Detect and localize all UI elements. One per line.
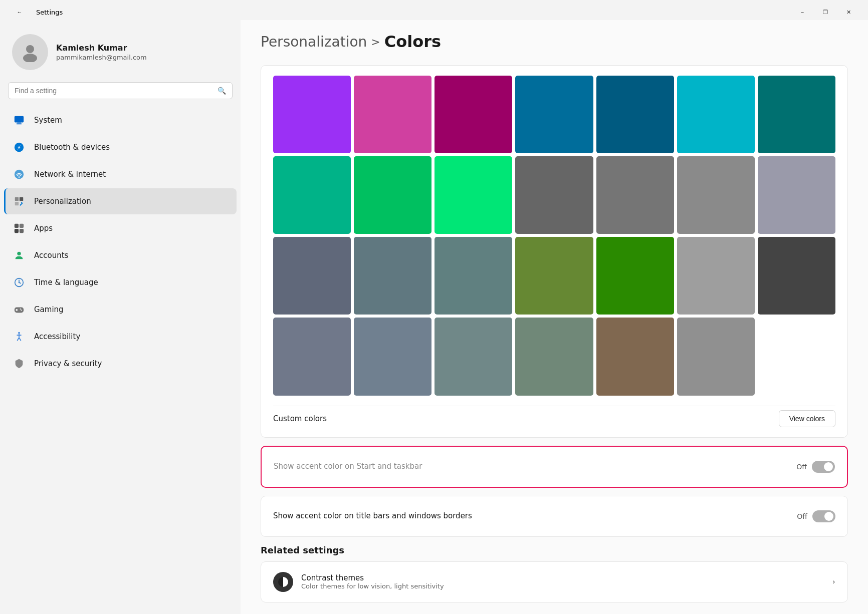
color-swatch[interactable]	[435, 156, 512, 234]
color-swatch[interactable]	[435, 318, 512, 395]
custom-colors-label: Custom colors	[273, 414, 327, 423]
bluetooth-label: Bluetooth & devices	[34, 143, 110, 152]
accessibility-icon	[12, 330, 26, 344]
color-swatch[interactable]	[596, 76, 674, 153]
personalization-label: Personalization	[34, 197, 91, 206]
window-content: Kamlesh Kumar pammikamlesh@gmail.com 🔍 S…	[0, 20, 868, 614]
sidebar-item-accessibility[interactable]: Accessibility	[4, 324, 237, 350]
color-swatch[interactable]	[515, 237, 593, 315]
maximize-button[interactable]: ❐	[814, 4, 837, 20]
gaming-icon	[12, 302, 26, 317]
time-icon	[12, 275, 26, 289]
svg-point-24	[20, 309, 21, 310]
window-controls: − ❐ ✕	[791, 4, 860, 20]
system-label: System	[34, 116, 62, 125]
sidebar-item-privacy[interactable]: Privacy & security	[4, 351, 237, 377]
svg-rect-10	[20, 197, 23, 201]
color-swatch[interactable]	[596, 156, 674, 234]
color-swatch[interactable]	[515, 76, 593, 153]
page-header: Personalization > Colors	[261, 32, 848, 51]
svg-line-30	[19, 338, 21, 341]
color-swatch[interactable]	[677, 156, 755, 234]
color-swatch[interactable]	[758, 237, 835, 315]
color-swatch[interactable]	[758, 76, 835, 153]
svg-text:⚡: ⚡	[17, 144, 21, 151]
color-swatch[interactable]	[354, 318, 431, 395]
color-swatch[interactable]	[677, 76, 755, 153]
avatar	[12, 34, 48, 70]
color-swatch[interactable]	[354, 76, 431, 153]
accessibility-label: Accessibility	[34, 332, 80, 341]
accent-title-bars-control: Off	[797, 510, 835, 522]
accounts-icon	[12, 248, 26, 262]
svg-rect-9	[15, 197, 19, 201]
color-swatch[interactable]	[515, 318, 593, 395]
contrast-themes-icon	[273, 572, 293, 592]
bluetooth-icon: ⚡	[12, 140, 26, 154]
sidebar-item-accounts[interactable]: Accounts	[4, 242, 237, 268]
svg-rect-15	[20, 229, 24, 233]
color-swatch[interactable]	[677, 237, 755, 315]
color-swatch[interactable]	[273, 318, 351, 395]
color-swatch[interactable]	[354, 156, 431, 234]
custom-colors-row: Custom colors View colors	[273, 406, 835, 427]
sidebar: Kamlesh Kumar pammikamlesh@gmail.com 🔍 S…	[0, 20, 241, 614]
svg-point-8	[19, 176, 20, 178]
contrast-themes-subtitle: Color themes for low vision, light sensi…	[301, 582, 444, 590]
nav-menu: System ⚡ Bluetooth & devices	[0, 107, 241, 377]
sidebar-item-apps[interactable]: Apps	[4, 215, 237, 241]
sidebar-item-bluetooth[interactable]: ⚡ Bluetooth & devices	[4, 134, 237, 160]
color-swatch[interactable]	[596, 318, 674, 395]
svg-line-29	[17, 338, 19, 341]
privacy-icon	[12, 357, 26, 371]
svg-point-25	[21, 310, 22, 311]
accent-title-bars-card: Show accent color on title bars and wind…	[261, 496, 848, 537]
accent-start-taskbar-control: Off	[796, 461, 835, 473]
color-swatch[interactable]	[677, 318, 755, 395]
view-colors-button[interactable]: View colors	[779, 410, 835, 427]
contrast-themes-item[interactable]: Contrast themes Color themes for low vis…	[261, 561, 848, 602]
user-name: Kamlesh Kumar	[56, 43, 147, 53]
back-button[interactable]: ←	[8, 4, 31, 20]
sidebar-item-time[interactable]: Time & language	[4, 269, 237, 295]
main-content: Personalization > Colors	[241, 20, 868, 614]
privacy-label: Privacy & security	[34, 359, 102, 368]
network-label: Network & internet	[34, 170, 106, 179]
sidebar-item-network[interactable]: Network & internet	[4, 161, 237, 187]
close-button[interactable]: ✕	[837, 4, 860, 20]
color-swatch[interactable]	[354, 237, 431, 315]
accent-title-bars-toggle[interactable]	[812, 510, 835, 522]
color-swatch[interactable]	[515, 156, 593, 234]
color-swatch[interactable]	[273, 76, 351, 153]
page-title: Colors	[384, 32, 441, 51]
apps-label: Apps	[34, 224, 53, 233]
svg-rect-11	[15, 202, 19, 205]
accent-start-taskbar-row: Show accent color on Start and taskbar O…	[274, 457, 835, 477]
sidebar-item-gaming[interactable]: Gaming	[4, 296, 237, 323]
svg-point-20	[19, 282, 20, 283]
search-input[interactable]	[15, 87, 213, 95]
color-swatch[interactable]	[596, 237, 674, 315]
accent-start-taskbar-toggle[interactable]	[812, 461, 835, 473]
svg-rect-13	[20, 224, 24, 228]
search-box[interactable]: 🔍	[8, 82, 233, 99]
minimize-button[interactable]: −	[791, 4, 814, 20]
svg-rect-3	[17, 123, 21, 124]
sidebar-item-system[interactable]: System	[4, 107, 237, 133]
color-swatch[interactable]	[758, 156, 835, 234]
color-swatch[interactable]	[435, 237, 512, 315]
color-swatch[interactable]	[758, 318, 835, 395]
color-swatch[interactable]	[273, 237, 351, 315]
accent-start-taskbar-card: Show accent color on Start and taskbar O…	[261, 446, 848, 488]
sidebar-item-personalization[interactable]: Personalization	[4, 188, 237, 214]
color-swatch[interactable]	[435, 76, 512, 153]
accounts-label: Accounts	[34, 251, 68, 260]
svg-rect-2	[15, 116, 24, 123]
color-swatch[interactable]	[273, 156, 351, 234]
chevron-right-icon: ›	[832, 577, 835, 586]
gaming-label: Gaming	[34, 305, 64, 314]
svg-rect-14	[15, 229, 19, 233]
related-settings-section: Related settings Contrast themes Color t…	[261, 545, 848, 602]
apps-icon	[12, 221, 26, 235]
svg-point-26	[18, 332, 20, 334]
